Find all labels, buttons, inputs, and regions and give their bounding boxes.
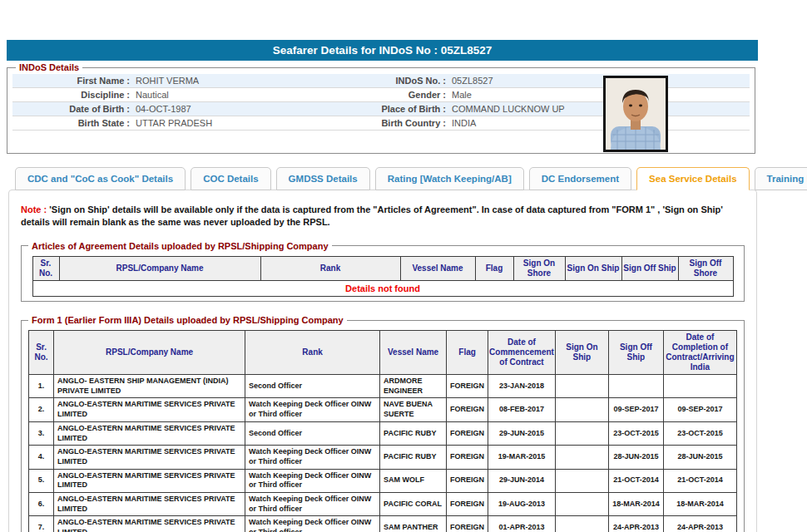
date-of-birth-label: Date of Birth : — [12, 104, 136, 114]
sea-service-tab-panel: Note : 'Sign on Ship' details will be av… — [8, 190, 757, 532]
cell-sr: 3. — [29, 421, 54, 445]
header-sign-off-shore: Sign Off Shore — [678, 256, 733, 280]
form1-fieldset: Form 1 (Earlier Form IIIA) Details uploa… — [21, 315, 745, 532]
page-title: Seafarer Details for INDoS No : 05ZL8527 — [7, 40, 758, 61]
cell-sr: 7. — [29, 516, 54, 532]
first-name-value: ROHIT VERMA — [136, 76, 359, 86]
header-sr-no: Sr. No. — [29, 331, 54, 375]
cell-sr: 6. — [29, 492, 54, 515]
tab-bar: CDC and "CoC as Cook" Details COC Detail… — [15, 167, 807, 190]
first-name-label: First Name : — [12, 76, 136, 86]
header-flag: Flag — [475, 256, 513, 280]
tab-dc-endorsement[interactable]: DC Endorsement — [529, 167, 631, 190]
cell-company: ANGLO-EASTERN MARITIME SERVICES PRIVATE … — [54, 398, 245, 421]
birth-state-label: Birth State : — [12, 118, 136, 128]
cell-flag: FOREIGN — [447, 492, 488, 515]
tab-coc-details[interactable]: COC Details — [191, 167, 270, 190]
cell-flag: FOREIGN — [447, 398, 488, 421]
discipline-label: Discipline : — [12, 90, 136, 100]
cell-company: ANGLO-EASTERN MARITIME SERVICES PRIVATE … — [54, 516, 245, 532]
header-vessel: Vessel Name — [400, 256, 475, 280]
header-sign-on-ship: Sign On Ship — [565, 256, 621, 280]
details-not-found-message: Details not found — [32, 280, 733, 296]
cell-rank: Watch Keeping Deck Officer OINW or Third… — [245, 398, 380, 421]
tab-cdc-coc-cook-details[interactable]: CDC and "CoC as Cook" Details — [15, 167, 186, 190]
cell-rank: Watch Keeping Deck Officer OINW or Third… — [245, 516, 380, 532]
cell-commencement: 01-APR-2013 — [488, 516, 556, 532]
cell-sign-on-ship — [555, 421, 608, 445]
tab-sea-service-details[interactable]: Sea Service Details — [636, 167, 750, 190]
header-commencement: Date of Commencement of Contract — [488, 331, 556, 375]
table-row: 5. ANGLO-EASTERN MARITIME SERVICES PRIVA… — [29, 469, 737, 492]
cell-flag: FOREIGN — [447, 421, 488, 445]
table-row: 2. ANGLO-EASTERN MARITIME SERVICES PRIVA… — [29, 398, 737, 421]
indos-details-legend: INDoS Details — [16, 62, 82, 72]
cell-vessel: SAM PANTHER — [380, 516, 447, 532]
header-sign-off-ship: Sign Off Ship — [608, 331, 663, 375]
birth-country-value: INDIA — [452, 118, 750, 128]
cell-rank: Second Officer — [245, 421, 380, 445]
cell-completion: 24-APR-2013 — [663, 516, 736, 532]
cell-sign-on-ship — [555, 516, 608, 532]
cell-sr: 1. — [29, 375, 54, 398]
cell-sign-off-ship — [608, 375, 663, 398]
cell-commencement: 19-MAR-2015 — [488, 446, 556, 469]
form1-legend: Form 1 (Earlier Form IIIA) Details uploa… — [28, 315, 347, 325]
cell-vessel: NAVE BUENA SUERTE — [380, 398, 447, 421]
cell-completion — [663, 375, 736, 398]
table-row: 6. ANGLO-EASTERN MARITIME SERVICES PRIVA… — [29, 492, 737, 515]
header-rank: Rank — [245, 331, 380, 375]
cell-flag: FOREIGN — [447, 375, 488, 398]
cell-vessel: ARDMORE ENGINEER — [380, 375, 447, 398]
place-of-birth-value: COMMAND LUCKNOW UP — [452, 104, 750, 114]
tab-training-details[interactable]: Training Details — [755, 167, 807, 190]
header-sign-off-ship: Sign Off Ship — [621, 256, 678, 280]
cell-completion: 21-OCT-2014 — [663, 469, 736, 492]
indos-no-label: INDoS No. : — [359, 76, 452, 86]
articles-legend: Articles of Agreement Details uploaded b… — [28, 241, 332, 251]
discipline-value: Nautical — [136, 90, 359, 100]
cell-company: ANGLO-EASTERN MARITIME SERVICES PRIVATE … — [54, 492, 245, 515]
cell-flag: FOREIGN — [447, 469, 488, 492]
date-of-birth-value: 04-OCT-1987 — [136, 104, 359, 114]
cell-rank: Watch Keeping Deck Officer OINW or Third… — [245, 492, 380, 515]
header-sr-no: Sr. No. — [32, 256, 59, 280]
cell-commencement: 19-AUG-2013 — [488, 492, 556, 515]
note-body: 'Sign on Ship' details will be available… — [21, 204, 723, 227]
seafarer-photo — [603, 76, 668, 152]
gender-value: Male — [452, 90, 750, 100]
cell-sr: 4. — [29, 446, 54, 469]
cell-completion: 28-JUN-2015 — [663, 446, 736, 469]
portrait-graphic — [606, 78, 666, 150]
tab-label: COC Details — [203, 174, 258, 184]
cell-rank: Watch Keeping Deck Officer OINW or Third… — [245, 469, 380, 492]
header-sign-on-ship: Sign On Ship — [555, 331, 608, 375]
tab-rating-watch-keeping[interactable]: Rating [Watch Keeping/AB] — [375, 167, 524, 190]
articles-of-agreement-fieldset: Articles of Agreement Details uploaded b… — [21, 241, 745, 302]
cell-vessel: PACIFIC RUBY — [380, 421, 447, 445]
form1-header-row: Sr. No. RPSL/Company Name Rank Vessel Na… — [29, 331, 737, 375]
cell-company: ANGLO-EASTERN MARITIME SERVICES PRIVATE … — [54, 446, 245, 469]
cell-completion: 09-SEP-2017 — [663, 398, 736, 421]
cell-commencement: 29-JUN-2015 — [488, 421, 556, 445]
note-text: Note : 'Sign on Ship' details will be av… — [21, 204, 745, 229]
form1-table: Sr. No. RPSL/Company Name Rank Vessel Na… — [28, 330, 737, 532]
articles-table: Sr. No. RPSL/Company Name Rank Vessel Na… — [32, 256, 734, 297]
gender-label: Gender : — [359, 90, 452, 100]
cell-company: ANGLO-EASTERN MARITIME SERVICES PRIVATE … — [54, 469, 245, 492]
cell-sign-off-ship: 24-APR-2013 — [608, 516, 663, 532]
cell-commencement: 23-JAN-2018 — [488, 375, 556, 398]
tab-gmdss-details[interactable]: GMDSS Details — [276, 167, 370, 190]
indos-no-value: 05ZL8527 — [452, 76, 750, 86]
cell-sign-off-ship: 18-MAR-2014 — [608, 492, 663, 515]
cell-rank: Watch Keeping Deck Officer OINW or Third… — [245, 446, 380, 469]
cell-sign-on-ship — [555, 375, 608, 398]
cell-completion: 23-OCT-2015 — [663, 421, 736, 445]
cell-company: ANGLO- EASTERN SHIP MANAGEMENT (INDIA) P… — [54, 375, 245, 398]
cell-sign-off-ship: 23-OCT-2015 — [608, 421, 663, 445]
cell-rank: Second Officer — [245, 375, 380, 398]
header-company: RPSL/Company Name — [54, 331, 245, 375]
header-rank: Rank — [260, 256, 400, 280]
birth-state-value: UTTAR PRADESH — [136, 118, 359, 128]
cell-sign-on-ship — [555, 398, 608, 421]
